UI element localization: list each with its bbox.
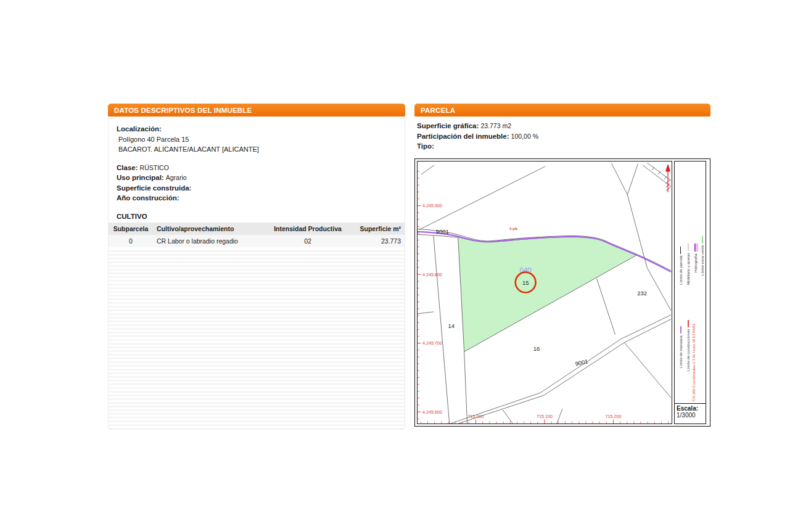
uso-principal-label: Uso principal: bbox=[117, 174, 164, 181]
datos-descriptivos-body: Localización: Polígono 40 Parcela 15 BAC… bbox=[108, 117, 405, 430]
cultivo-cell-intensidad: 02 bbox=[268, 235, 348, 247]
cadastral-map: 9001 5-pfe 040 15 14 16 232 9001 4.245.9… bbox=[414, 158, 710, 427]
participacion-label: Participación del inmueble: bbox=[417, 133, 509, 140]
legend-item-manzana: Límite de manzana bbox=[678, 326, 683, 368]
map-svg: 9001 5-pfe 040 15 14 16 232 9001 4.245.9… bbox=[418, 162, 672, 424]
svg-text:4.245.800: 4.245.800 bbox=[422, 272, 442, 277]
cultivo-cell-subparcela: 0 bbox=[109, 235, 153, 247]
legend-item-hidrografia: Hidrografía bbox=[693, 243, 698, 272]
svg-text:4.245.600: 4.245.600 bbox=[422, 409, 442, 414]
hidrografia-swatch bbox=[694, 243, 698, 252]
participacion-value: 100,00 % bbox=[511, 133, 538, 140]
limite-parcela-swatch bbox=[679, 246, 683, 253]
svg-text:4.245.700: 4.245.700 bbox=[422, 341, 442, 346]
localizacion-poligono: Polígono 40 Parcela 15 bbox=[117, 134, 397, 145]
anio-construccion-label: Año construcción: bbox=[117, 194, 179, 202]
superficie-grafica-label: Superficie gráfica: bbox=[417, 122, 479, 129]
legend-item-zona-verde: Límite zona verde bbox=[700, 235, 704, 275]
cultivo-table: Subparcela Cultivo/aprovechamiento Inten… bbox=[109, 223, 405, 247]
tipo-label: Tipo: bbox=[417, 142, 434, 150]
limite-manzana-swatch bbox=[679, 326, 683, 334]
parcel-15-label[interactable]: 15 bbox=[522, 279, 529, 285]
datos-descriptivos-panel: DATOS DESCRIPTIVOS DEL INMUEBLE Localiza… bbox=[108, 104, 405, 430]
parcela-info: Superficie gráfica: 23.773 m2 Participac… bbox=[414, 117, 710, 152]
parcela-header: PARCELA bbox=[414, 104, 710, 117]
cultivo-cell-cultivo: CR Labor o labradio regadio bbox=[153, 235, 268, 247]
parcela-panel: PARCELA Superficie gráfica: 23.773 m2 Pa… bbox=[414, 104, 710, 427]
localizacion-label: Localización: bbox=[117, 125, 162, 133]
escala-label: Escala: bbox=[677, 405, 704, 412]
legend-item-mobiliario: Mobiliario y aceras bbox=[686, 243, 690, 285]
mobiliario-swatch bbox=[686, 243, 690, 251]
road-bottom-label: 9001 bbox=[575, 358, 589, 367]
legend-item-parcela: Límite de parcela bbox=[678, 246, 683, 284]
svg-text:715.100: 715.100 bbox=[537, 414, 553, 419]
datos-descriptivos-title: DATOS DESCRIPTIVOS DEL INMUEBLE bbox=[114, 107, 252, 114]
cultivo-header-intensidad: Intensidad Productiva bbox=[268, 223, 348, 235]
cultivo-header-cultivo: Cultivo/aprovechamiento bbox=[153, 223, 268, 235]
svg-text:715.200: 715.200 bbox=[606, 414, 622, 419]
localizacion-municipio: BACAROT. ALICANTE/ALACANT [ALICANTE] bbox=[117, 144, 397, 155]
limite-construcciones-swatch bbox=[686, 319, 690, 327]
svg-text:4.245.900: 4.245.900 bbox=[422, 203, 442, 208]
cultivo-header-subparcela: Subparcela bbox=[109, 223, 153, 235]
cultivo-cell-superficie: 23.773 bbox=[348, 235, 405, 247]
parcela-title: PARCELA bbox=[421, 107, 455, 114]
cultivo-section-title: CULTIVO bbox=[117, 213, 397, 220]
north-arrow-icon bbox=[666, 164, 670, 192]
uso-principal-value: Agrario bbox=[166, 174, 187, 181]
superficie-construida-label: Superficie construida: bbox=[117, 184, 191, 192]
escala-box: Escala: 1/3000 bbox=[675, 403, 706, 424]
legend-coordenadas-utm: 715.300 Coordenadas U.T.M. Huso 30 ETRS8… bbox=[692, 324, 696, 402]
cultivo-header-superficie: Superficie m² bbox=[348, 223, 405, 235]
clase-value: RÚSTICO bbox=[140, 164, 169, 171]
road-small-label: 5-pfe bbox=[509, 227, 517, 231]
clase-label: Clase: bbox=[117, 164, 138, 171]
escala-value: 1/3000 bbox=[677, 412, 704, 419]
datos-descriptivos-header: DATOS DESCRIPTIVOS DEL INMUEBLE bbox=[108, 104, 405, 117]
block-code-label[interactable]: 040 bbox=[520, 266, 532, 274]
empty-rows-stripes bbox=[109, 248, 405, 430]
zona-verde-swatch bbox=[701, 235, 704, 243]
parcel-232-label[interactable]: 232 bbox=[637, 289, 647, 296]
map-legend-strip: Hidrografía Límite zona verde Límite de … bbox=[674, 161, 706, 424]
svg-text:715.000: 715.000 bbox=[468, 414, 484, 419]
road-top-label: 9001 bbox=[436, 228, 449, 235]
parcel-14-label[interactable]: 14 bbox=[448, 322, 454, 329]
superficie-grafica-value: 23.773 m2 bbox=[480, 122, 511, 129]
cultivo-header-row: Subparcela Cultivo/aprovechamiento Inten… bbox=[109, 223, 405, 235]
parcel-16-label[interactable]: 16 bbox=[533, 345, 540, 351]
table-row: 0 CR Labor o labradio regadio 02 23.773 bbox=[109, 235, 405, 247]
legend-item-construcciones: Límite de construcciones bbox=[686, 319, 690, 370]
map-drawing-area: 9001 5-pfe 040 15 14 16 232 9001 4.245.9… bbox=[417, 161, 672, 424]
parcel-15-polygon[interactable] bbox=[458, 237, 637, 351]
